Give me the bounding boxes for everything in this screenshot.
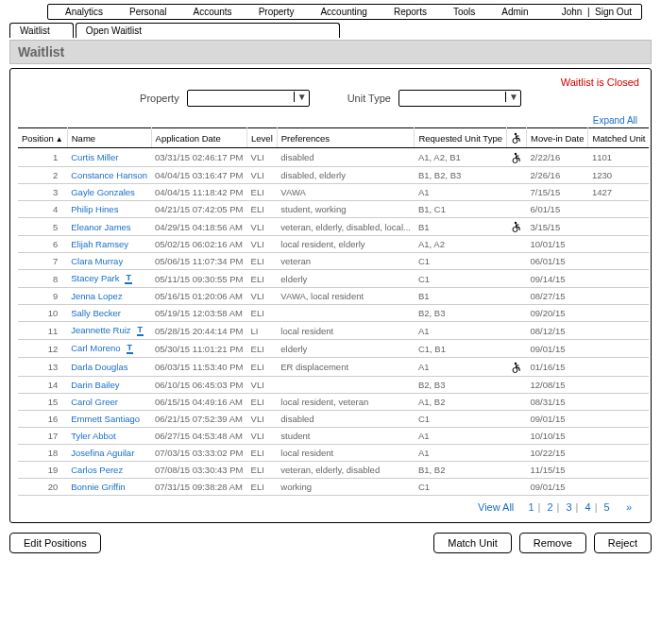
col-prefs[interactable]: Preferences — [277, 128, 415, 148]
table-row[interactable]: 14Darin Bailey06/10/15 06:45:03 PMVLIB2,… — [18, 376, 649, 393]
applicant-link[interactable]: Eleanor James — [71, 222, 130, 232]
cell-prefs: local resident, elderly — [277, 236, 415, 253]
cell-position: 8 — [18, 270, 67, 288]
applicant-link[interactable]: Carl Moreno — [71, 343, 120, 353]
cell-matched — [588, 322, 649, 340]
applicant-link[interactable]: Elijah Ramsey — [71, 239, 128, 249]
cell-appdate: 05/19/15 12:03:58 AM — [151, 305, 247, 322]
cell-position: 17 — [18, 427, 67, 444]
page-3[interactable]: 3 — [562, 501, 575, 513]
nav-accounting[interactable]: Accounting — [307, 7, 380, 17]
match-unit-button[interactable]: Match Unit — [433, 533, 512, 553]
nav-admin[interactable]: Admin — [488, 7, 541, 17]
waitlist-table: Position▲ Name Application Date Level Pr… — [18, 127, 649, 496]
cell-req: C1 — [415, 253, 507, 270]
cell-prefs: disabled — [277, 410, 415, 427]
remove-button[interactable]: Remove — [519, 533, 586, 553]
cell-movein: 6/01/15 — [526, 200, 588, 217]
tab-open-waitlist[interactable]: Open Waitlist — [76, 23, 340, 38]
applicant-link[interactable]: Josefina Aguilar — [71, 448, 134, 458]
applicant-link[interactable]: Stacey Park — [71, 273, 119, 283]
cell-matched — [588, 393, 649, 410]
table-row[interactable]: 18Josefina Aguilar07/03/15 03:33:02 PMEL… — [18, 444, 649, 461]
col-req[interactable]: Requested Unit Type — [415, 128, 507, 148]
applicant-link[interactable]: Darla Douglas — [71, 362, 127, 372]
table-row[interactable]: 3Gayle Gonzales04/04/15 11:18:42 PMELIVA… — [18, 183, 649, 200]
applicant-link[interactable]: Emmett Santiago — [71, 414, 140, 424]
table-row[interactable]: 16Emmett Santiago06/21/15 07:52:39 AMVLI… — [18, 410, 649, 427]
table-row[interactable]: 5Eleanor James04/29/15 04:18:56 AMVLIvet… — [18, 217, 649, 235]
table-row[interactable]: 7Clara Murray05/06/15 11:07:34 PMELIvete… — [18, 253, 649, 270]
table-row[interactable]: 17Tyler Abbot06/27/15 04:53:48 AMVLIstud… — [18, 427, 649, 444]
svg-point-2 — [515, 153, 517, 155]
cell-matched — [588, 376, 649, 393]
cell-prefs: disabled, elderly — [277, 166, 415, 183]
table-row[interactable]: 19Carlos Perez07/08/15 03:30:43 PMELIvet… — [18, 461, 649, 478]
applicant-link[interactable]: Curtis Miller — [71, 152, 118, 162]
applicant-link[interactable]: Jenna Lopez — [71, 291, 122, 301]
cell-movein: 09/01/15 — [526, 340, 588, 358]
table-row[interactable]: 9Jenna Lopez05/16/15 01:20:06 AMVLIVAWA,… — [18, 288, 649, 305]
nav-reports[interactable]: Reports — [381, 7, 440, 17]
applicant-link[interactable]: Sally Becker — [71, 308, 121, 318]
table-row[interactable]: 15Carol Greer06/15/15 04:49:16 AMELIloca… — [18, 393, 649, 410]
tab-waitlist[interactable]: Waitlist — [9, 23, 74, 38]
applicant-link[interactable]: Carol Greer — [71, 397, 118, 407]
cell-movein: 3/15/15 — [526, 217, 588, 235]
applicant-link[interactable]: Bonnie Griffin — [71, 482, 125, 492]
cell-level: ELI — [247, 358, 278, 376]
table-row[interactable]: 8Stacey ParkT05/11/15 09:30:55 PMELIelde… — [18, 270, 649, 288]
table-row[interactable]: 4Philip Hines04/21/15 07:42:05 PMELIstud… — [18, 200, 649, 217]
cell-movein: 12/08/15 — [526, 376, 588, 393]
col-position[interactable]: Position▲ — [18, 128, 67, 148]
table-row[interactable]: 20Bonnie Griffin07/31/15 09:38:28 AMELIw… — [18, 478, 649, 495]
page-4[interactable]: 4 — [582, 501, 595, 513]
col-appdate[interactable]: Application Date — [151, 128, 247, 148]
reject-button[interactable]: Reject — [594, 533, 652, 553]
table-row[interactable]: 11Jeannette RuizT05/28/15 20:44:14 PMLIl… — [18, 322, 649, 340]
cell-name: Clara Murray — [67, 253, 151, 270]
applicant-link[interactable]: Darin Bailey — [71, 380, 119, 390]
applicant-link[interactable]: Carlos Perez — [71, 465, 123, 475]
applicant-link[interactable]: Gayle Gonzales — [71, 187, 135, 197]
property-filter-combo[interactable] — [187, 90, 310, 107]
cell-name: Darin Bailey — [67, 376, 151, 393]
cell-appdate: 05/30/15 11:01:21 PM — [151, 340, 247, 358]
applicant-link[interactable]: Tyler Abbot — [71, 431, 116, 441]
nav-analytics[interactable]: Analytics — [52, 7, 116, 17]
table-row[interactable]: 2Constance Hanson04/04/15 03:16:47 PMVLI… — [18, 166, 649, 183]
applicant-link[interactable]: Constance Hanson — [71, 170, 147, 180]
table-row[interactable]: 13Darla Douglas06/03/15 11:53:40 PMELIER… — [18, 358, 649, 376]
unittype-filter-label: Unit Type — [347, 93, 391, 104]
table-row[interactable]: 1Curtis Miller03/31/15 02:46:17 PMVLIdis… — [18, 148, 649, 166]
col-movein[interactable]: Move-in Date — [526, 128, 588, 148]
cell-prefs: veteran, elderly, disabled — [277, 461, 415, 478]
expand-all-link[interactable]: Expand All — [593, 115, 637, 126]
view-all-link[interactable]: View All — [478, 501, 514, 513]
cell-position: 16 — [18, 410, 67, 427]
cell-appdate: 06/10/15 06:45:03 PM — [151, 376, 247, 393]
table-row[interactable]: 10Sally Becker05/19/15 12:03:58 AMELIB2,… — [18, 305, 649, 322]
sign-out-link[interactable]: Sign Out — [595, 7, 632, 17]
nav-personal[interactable]: Personal — [116, 7, 179, 17]
nav-tools[interactable]: Tools — [440, 7, 488, 17]
cell-name: Curtis Miller — [67, 148, 151, 166]
cell-req: A1, A2 — [415, 236, 507, 253]
nav-property[interactable]: Property — [246, 7, 308, 17]
col-name[interactable]: Name — [67, 128, 151, 148]
table-row[interactable]: 12Carl MorenoT05/30/15 11:01:21 PMELIeld… — [18, 340, 649, 358]
page-2[interactable]: 2 — [543, 501, 556, 513]
applicant-link[interactable]: Clara Murray — [71, 256, 123, 266]
edit-positions-button[interactable]: Edit Positions — [9, 533, 101, 553]
nav-accounts[interactable]: Accounts — [179, 7, 245, 17]
unittype-filter-combo[interactable] — [398, 90, 521, 107]
col-matched[interactable]: Matched Unit — [588, 128, 649, 148]
page-1[interactable]: 1 — [524, 501, 537, 513]
col-level[interactable]: Level — [247, 128, 278, 148]
applicant-link[interactable]: Philip Hines — [71, 204, 118, 214]
page-next[interactable]: » — [622, 501, 636, 513]
col-accessible[interactable] — [506, 128, 526, 148]
page-5[interactable]: 5 — [601, 501, 614, 513]
table-row[interactable]: 6Elijah Ramsey05/02/15 06:02:16 AMVLIloc… — [18, 236, 649, 253]
applicant-link[interactable]: Jeannette Ruiz — [71, 325, 130, 335]
